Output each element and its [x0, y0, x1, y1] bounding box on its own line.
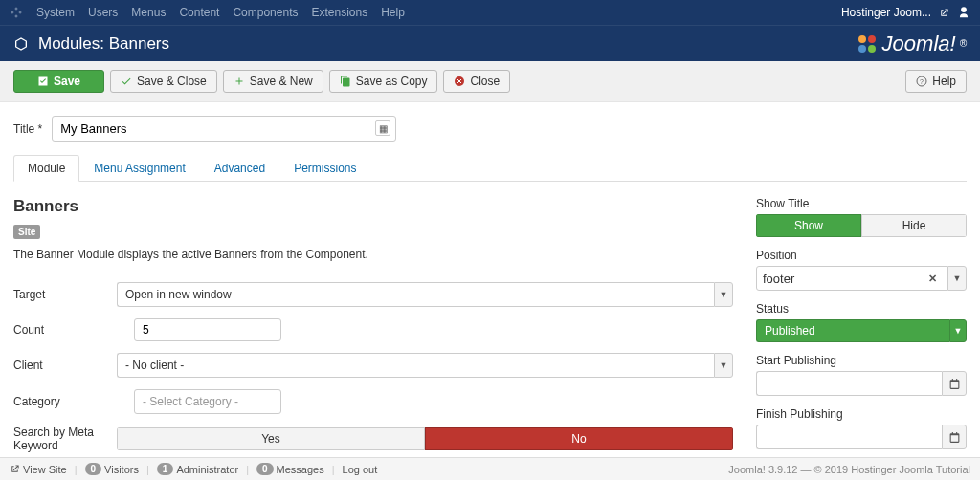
title-label: Title *	[13, 122, 42, 136]
messages-link[interactable]: 0 Messages	[256, 463, 324, 475]
start-publishing-input[interactable]	[756, 371, 942, 396]
show-title-label: Show Title	[756, 197, 967, 210]
meta-no-button[interactable]: No	[425, 427, 733, 450]
client-label: Client	[13, 359, 117, 372]
svg-point-1	[868, 35, 876, 43]
meta-yes-button[interactable]: Yes	[117, 427, 425, 450]
count-label: Count	[13, 323, 134, 337]
position-select[interactable]: footer ✕	[756, 266, 947, 291]
joomla-logo-icon	[856, 33, 879, 55]
check-icon	[121, 76, 132, 87]
title-input[interactable]	[52, 116, 396, 142]
clear-icon[interactable]: ✕	[928, 273, 937, 285]
svg-point-0	[858, 35, 866, 43]
question-icon: ?	[916, 76, 927, 87]
tabs: Module Menu Assignment Advanced Permissi…	[13, 155, 967, 182]
save-copy-button[interactable]: Save as Copy	[329, 70, 438, 93]
category-label: Category	[13, 395, 134, 408]
module-icon	[13, 36, 29, 52]
logout-link[interactable]: Log out	[343, 464, 378, 475]
nav-system[interactable]: System	[36, 6, 75, 19]
count-input[interactable]	[134, 318, 281, 341]
administrator-link[interactable]: 1 Administrator	[157, 463, 238, 475]
help-button[interactable]: ? Help	[905, 70, 967, 93]
start-publishing-label: Start Publishing	[756, 354, 967, 367]
user-icon[interactable]	[957, 6, 970, 19]
site-name[interactable]: Hostinger Joom...	[841, 6, 931, 19]
svg-text:?: ?	[920, 78, 924, 85]
save-close-button[interactable]: Save & Close	[110, 70, 217, 93]
position-label: Position	[756, 249, 967, 262]
svg-point-3	[868, 45, 876, 53]
top-nav-menus: System Users Menus Content Components Ex…	[10, 6, 405, 19]
svg-point-2	[858, 45, 866, 53]
save-button[interactable]: Save	[13, 70, 104, 93]
module-description: The Banner Module displays the active Ba…	[13, 248, 733, 261]
page-header: Modules: Banners Joomla!®	[0, 25, 980, 61]
title-insert-icon[interactable]: ▦	[375, 120, 390, 136]
target-select[interactable]: Open in new window	[117, 282, 714, 307]
finish-publishing-input[interactable]	[756, 425, 942, 449]
copy-icon	[340, 76, 351, 87]
nav-components[interactable]: Components	[233, 6, 298, 19]
view-site-link[interactable]: View Site	[10, 464, 67, 475]
nav-menus[interactable]: Menus	[131, 6, 166, 19]
external-link-icon	[10, 464, 20, 474]
show-button[interactable]: Show	[756, 214, 861, 237]
toolbar: Save Save & Close Save & New Save as Cop…	[0, 61, 980, 102]
site-badge: Site	[13, 225, 40, 239]
plus-icon	[234, 76, 245, 87]
visitors-link[interactable]: 0 Visitors	[85, 463, 139, 475]
check-icon	[37, 76, 49, 87]
nav-users[interactable]: Users	[88, 6, 118, 19]
top-nav: System Users Menus Content Components Ex…	[0, 0, 980, 25]
calendar-icon[interactable]	[942, 425, 967, 449]
save-new-button[interactable]: Save & New	[223, 70, 323, 93]
calendar-icon[interactable]	[942, 371, 967, 396]
close-icon	[454, 76, 465, 87]
nav-content[interactable]: Content	[179, 6, 219, 19]
category-select[interactable]: - Select Category -	[134, 389, 281, 414]
status-label: Status	[756, 302, 967, 316]
meta-label: Search by Meta Keyword	[13, 425, 117, 452]
page-title: Modules: Banners	[38, 34, 169, 54]
tab-menu-assignment[interactable]: Menu Assignment	[79, 155, 199, 181]
chevron-down-icon[interactable]: ▼	[947, 266, 967, 291]
chevron-down-icon[interactable]: ▼	[714, 282, 733, 307]
chevron-down-icon[interactable]: ▼	[714, 353, 733, 378]
module-heading: Banners	[13, 197, 733, 216]
version-info: Joomla! 3.9.12 — © 2019 Hostinger Joomla…	[728, 464, 970, 475]
status-select[interactable]: Published	[756, 319, 949, 342]
target-label: Target	[13, 288, 117, 301]
nav-extensions[interactable]: Extensions	[311, 6, 368, 19]
nav-help[interactable]: Help	[381, 6, 405, 19]
finish-publishing-label: Finish Publishing	[756, 407, 967, 421]
client-select[interactable]: - No client -	[117, 353, 714, 378]
status-bar: View Site | 0 Visitors | 1 Administrator…	[0, 457, 980, 480]
joomla-brand[interactable]: Joomla!®	[856, 32, 967, 56]
external-link-icon[interactable]	[939, 8, 949, 18]
tab-module[interactable]: Module	[13, 155, 79, 182]
close-button[interactable]: Close	[443, 70, 510, 93]
tab-permissions[interactable]: Permissions	[279, 155, 370, 181]
chevron-down-icon[interactable]: ▼	[949, 319, 967, 342]
joomla-icon	[10, 6, 23, 19]
hide-button[interactable]: Hide	[861, 214, 967, 237]
tab-advanced[interactable]: Advanced	[200, 155, 279, 181]
